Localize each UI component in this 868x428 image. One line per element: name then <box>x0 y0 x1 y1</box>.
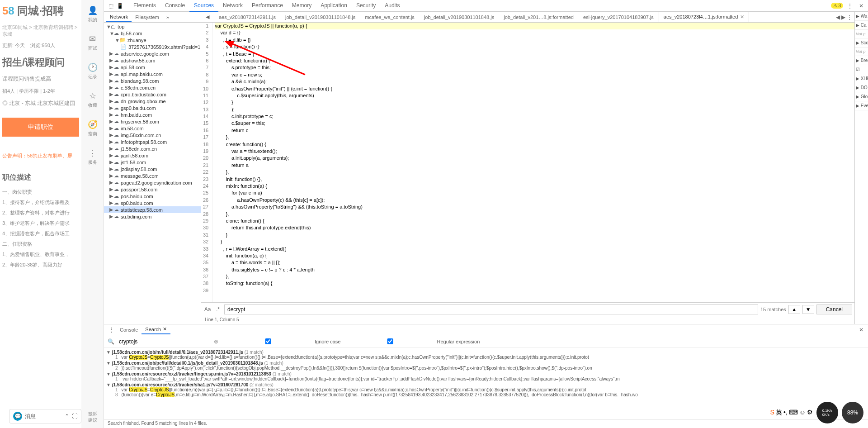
devtools-tab-elements[interactable]: Elements <box>129 0 160 12</box>
expand-icon[interactable]: ⛶ <box>72 413 77 419</box>
debug-section[interactable]: Not p <box>855 48 868 56</box>
tree-node[interactable]: ▶☁pagead2.googlesyndication.com <box>104 179 201 186</box>
tree-node[interactable]: ▶☁passport.58.com <box>104 186 201 193</box>
editor-tab[interactable]: aes_v20180723142911.js <box>214 13 281 22</box>
devtools-tab-memory[interactable]: Memory <box>288 0 316 12</box>
ime-punct-icon[interactable]: •, <box>783 409 788 417</box>
debug-section[interactable]: ▶ Brea <box>855 56 868 65</box>
tree-node[interactable]: ▶☁jzdisplay.58.com <box>104 166 201 172</box>
tree-node[interactable]: ▶☁jst1.58.com <box>104 159 201 166</box>
result-file[interactable]: ▼ j1.58cdn.com.cn/job/pc/full/detail/0.1… <box>106 361 866 366</box>
apply-button[interactable]: 申请职位 <box>2 118 79 137</box>
nav-tab[interactable]: » <box>163 13 173 21</box>
tree-node[interactable]: ▶☁adshow.58.com <box>104 57 201 64</box>
tree-node[interactable]: ▶☁sp0.baidu.com <box>104 200 201 206</box>
device-icon[interactable]: 📱 <box>115 1 124 10</box>
code-editor[interactable]: 1234567891011121314151617181920212223242… <box>201 23 854 302</box>
editor-tab[interactable]: esl-jquery_v20170104183907.js <box>579 13 659 22</box>
debug-section[interactable]: ▶ Eve <box>855 101 868 110</box>
close-tab-icon[interactable]: ✕ <box>163 326 167 332</box>
next-match-icon[interactable]: ▼ <box>802 305 814 314</box>
editor-tab[interactable]: job_detail_v201…8.js:formatted <box>499 13 579 22</box>
search-results[interactable]: ▼ j1.58cdn.com.cn/job/m/full/detail/0.1/… <box>104 348 868 419</box>
tree-node[interactable]: ▶☁api.map.baidu.com <box>104 71 201 77</box>
drawer-close-icon[interactable]: ✕ <box>857 327 866 333</box>
prev-match-icon[interactable]: ▲ <box>788 305 800 314</box>
debug-section[interactable]: ▶ Wa <box>855 12 868 21</box>
nav-tab[interactable]: Filesystem <box>132 13 163 21</box>
ime-lang-icon[interactable]: 英 <box>776 409 782 417</box>
tree-node[interactable]: ▶☁j1.58cdn.com.cn <box>104 145 201 152</box>
close-tab-icon[interactable]: ✕ <box>740 14 744 19</box>
result-file[interactable]: ▼ j1.58cdn.com.cn/resource/xxzl/tracker/… <box>106 382 866 387</box>
ime-keyboard-icon[interactable]: ⌨ <box>789 409 798 417</box>
result-line[interactable]: 2}),setTimeout(function(){$(".dpApply").… <box>106 366 866 371</box>
tree-node[interactable]: ▶☁api.58.com <box>104 64 201 71</box>
side-item[interactable]: 👤我的 <box>81 0 104 29</box>
match-case-icon[interactable]: Aa <box>203 306 212 313</box>
tree-node[interactable]: ▶☁su.bdimg.com <box>104 213 201 220</box>
result-line[interactable]: 1 var hiddenCallback="___fp_swf_loaded";… <box>106 376 866 381</box>
regex-icon[interactable]: .* <box>214 306 222 313</box>
drawer-menu-icon[interactable]: ⋮ <box>106 327 116 333</box>
debug-section[interactable]: Not p <box>855 30 868 38</box>
side-item[interactable]: 🕐记录 <box>81 57 104 86</box>
editor-tab[interactable]: aes_v20180723l4…1.js:formatted✕ <box>659 12 750 22</box>
find-input[interactable] <box>224 304 758 314</box>
tree-node[interactable]: ▶☁dn-growing.qbox.me <box>104 98 201 105</box>
debug-section[interactable]: ▶ Ca <box>855 21 868 30</box>
devtools-tab-application[interactable]: Application <box>316 0 352 12</box>
side-item[interactable]: ✉面试 <box>81 29 104 57</box>
tab-nav-prev-icon[interactable]: ◀ <box>836 14 840 20</box>
debug-section[interactable]: ▶ DO <box>855 83 868 92</box>
editor-tab[interactable]: ◀ <box>201 12 214 22</box>
editor-tab[interactable]: job_detail_v20190301101848.js <box>281 13 360 22</box>
devtools-tab-audits[interactable]: Audits <box>380 0 404 12</box>
code-content[interactable]: var CryptoJS = CryptoJS || function(u, p… <box>212 23 854 302</box>
tree-node[interactable]: ▼📁zhuanye <box>104 37 201 43</box>
devtools-tab-network[interactable]: Network <box>218 0 247 12</box>
tree-node[interactable]: ▶☁img.58cdn.com.cn <box>104 132 201 138</box>
menu-icon[interactable]: ⋮ <box>845 1 854 10</box>
debug-section[interactable]: ▶ Glo <box>855 92 868 101</box>
tab-nav-next-icon[interactable]: ▶ <box>841 14 845 20</box>
result-line[interactable]: 1var CryptoJS=CryptoJS||function(u,p){va… <box>106 355 866 360</box>
warning-badge[interactable]: ⚠ 3 <box>831 3 843 9</box>
inspect-icon[interactable]: ⬚ <box>106 1 115 10</box>
debug-section[interactable]: ☑ <box>855 65 868 74</box>
debugger-pane[interactable]: ▶ Wa▶ CaNot p▶ ScoNot p▶ Brea☑▶ XHR▶ DO▶… <box>854 12 868 324</box>
tree-node[interactable]: ▶☁pos.baidu.com <box>104 193 201 200</box>
tab-menu-icon[interactable]: ⋮ <box>847 14 852 20</box>
result-line[interactable]: 8(function(){var e=CryptoJS,m=e.lib,p=m.… <box>106 392 866 397</box>
editor-tab[interactable]: mcafee_wa_content.js <box>360 13 419 22</box>
debug-section[interactable]: ▶ XHR <box>855 74 868 83</box>
tree-node[interactable]: ▶☁adservice.google.com <box>104 50 201 57</box>
tree-node[interactable]: ▶☁infotophtpapi.58.com <box>104 138 201 145</box>
tree-node[interactable]: ▼🗀top <box>104 24 201 30</box>
ignore-case-checkbox[interactable]: Ignore case <box>223 338 340 344</box>
side-item[interactable]: ☆收藏 <box>81 86 104 114</box>
clear-icon[interactable]: ⊗ <box>214 338 218 345</box>
tree-node[interactable]: ▶☁hrgserver.58.com <box>104 118 201 125</box>
nav-tab[interactable]: Network <box>106 13 132 22</box>
tree-node[interactable]: ▶☁gsp0.baidu.com <box>104 105 201 111</box>
tree-node[interactable]: ▶☁biandang.58.com <box>104 77 201 84</box>
tree-node[interactable]: ▼☁bj.58.com <box>104 30 201 37</box>
result-file[interactable]: ▼ j1.58cdn.com.cn/resource/xxzl/tracker/… <box>106 371 866 376</box>
global-search-input[interactable] <box>119 338 209 345</box>
devtools-tab-console[interactable]: Console <box>160 0 189 12</box>
side-item[interactable]: ⋮服务 <box>81 143 104 171</box>
tree-node[interactable]: 📄37257617365919x.shtml?psid=1. <box>104 43 201 50</box>
regex-checkbox[interactable]: Regular expression <box>345 338 480 344</box>
cancel-button[interactable]: Cancel <box>816 304 852 314</box>
tree-node[interactable]: ▶☁cpro.baidustatic.com <box>104 91 201 98</box>
tree-node[interactable]: ▶☁statisticszp.58.com <box>104 206 201 213</box>
ime-settings-icon[interactable]: ⚙ <box>807 409 813 417</box>
devtools-tab-performance[interactable]: Performance <box>247 0 288 12</box>
message-bar[interactable]: 💬 消息 ⌃ ⛶ <box>9 409 81 423</box>
debug-section[interactable]: ▶ Sco <box>855 38 868 48</box>
side-item[interactable]: 🧭指南 <box>81 114 104 143</box>
file-tree[interactable]: ▼🗀top▼☁bj.58.com▼📁zhuanye📄37257617365919… <box>104 23 201 324</box>
tree-node[interactable]: ▶☁message.58.com <box>104 172 201 179</box>
drawer-tab-search[interactable]: Search ✕ <box>142 325 170 334</box>
